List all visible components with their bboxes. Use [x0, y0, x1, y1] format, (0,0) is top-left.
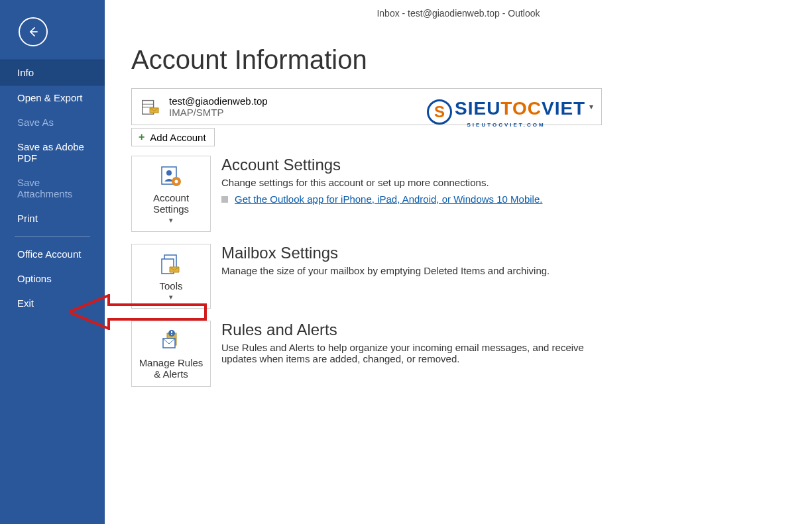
- button-label: Tools: [159, 280, 182, 291]
- window-title: Inbox - test@giaodienweb.top - Outlook: [105, 0, 812, 19]
- button-label: Account Settings: [136, 192, 206, 215]
- chevron-down-icon: ▾: [169, 293, 173, 301]
- svg-point-8: [175, 180, 178, 183]
- section-desc: Manage the size of your mailbox by empty…: [221, 265, 550, 276]
- account-email: test@giaodienweb.top: [169, 95, 268, 107]
- manage-rules-alerts-button[interactable]: Manage Rules & Alerts: [131, 321, 211, 387]
- sidebar-item-label: Save As: [17, 117, 54, 128]
- add-account-label: Add Account: [150, 132, 205, 143]
- section-title-rules-alerts: Rules and Alerts: [221, 321, 593, 339]
- arrow-left-icon: [27, 25, 40, 38]
- account-settings-button[interactable]: Account Settings ▾: [131, 156, 211, 232]
- page-title: Account Information: [131, 45, 812, 75]
- svg-point-16: [171, 334, 172, 335]
- sidebar-item-save-adobe-pdf[interactable]: Save as Adobe PDF: [0, 134, 105, 170]
- svg-rect-15: [171, 331, 172, 333]
- section-desc: Change settings for this account or set …: [221, 177, 542, 188]
- sidebar-item-save-attachments: Save Attachments: [0, 170, 105, 206]
- tools-button[interactable]: Tools ▾: [131, 244, 211, 309]
- section-title-account-settings: Account Settings: [221, 156, 542, 174]
- mailbox-icon: [140, 97, 160, 117]
- sidebar-item-label: Info: [17, 67, 34, 78]
- account-selector-dropdown[interactable]: test@giaodienweb.top IMAP/SMTP ▾: [131, 88, 602, 125]
- plus-icon: +: [139, 131, 145, 143]
- sidebar-separator: [15, 236, 90, 236]
- sidebar-item-label: Exit: [17, 297, 34, 309]
- section-desc: Use Rules and Alerts to help organize yo…: [221, 342, 593, 364]
- rules-alerts-icon: [158, 329, 184, 353]
- svg-point-6: [166, 170, 172, 176]
- sidebar-item-info[interactable]: Info: [0, 60, 105, 85]
- sidebar-item-save-as: Save As: [0, 110, 105, 134]
- sidebar-item-label: Office Account: [17, 248, 81, 260]
- button-label: Manage Rules & Alerts: [136, 357, 206, 380]
- sidebar-item-print[interactable]: Print: [0, 206, 105, 231]
- sidebar-item-options[interactable]: Options: [0, 266, 105, 291]
- chevron-down-icon: ▾: [169, 216, 173, 225]
- main-content: Inbox - test@giaodienweb.top - Outlook A…: [105, 0, 812, 524]
- sidebar-item-exit[interactable]: Exit: [0, 291, 105, 315]
- back-button[interactable]: [19, 17, 48, 46]
- sidebar-item-office-account[interactable]: Office Account: [0, 242, 105, 266]
- sidebar-item-label: Save as Adobe PDF: [17, 141, 84, 164]
- sidebar-item-label: Open & Export: [17, 92, 82, 103]
- add-account-button[interactable]: + Add Account: [131, 128, 215, 146]
- tools-icon: [158, 252, 184, 276]
- sidebar-item-label: Options: [17, 273, 52, 284]
- section-title-mailbox-settings: Mailbox Settings: [221, 244, 550, 262]
- get-outlook-app-link[interactable]: Get the Outlook app for iPhone, iPad, An…: [235, 193, 542, 205]
- bullet-icon: [221, 196, 228, 203]
- sidebar-item-label: Print: [17, 213, 38, 224]
- sidebar-item-label: Save Attachments: [17, 177, 72, 199]
- account-protocol: IMAP/SMTP: [169, 107, 268, 118]
- account-settings-icon: [158, 164, 184, 188]
- chevron-down-icon: ▾: [589, 102, 593, 111]
- backstage-sidebar: Info Open & Export Save As Save as Adobe…: [0, 0, 105, 524]
- sidebar-item-open-export[interactable]: Open & Export: [0, 85, 105, 110]
